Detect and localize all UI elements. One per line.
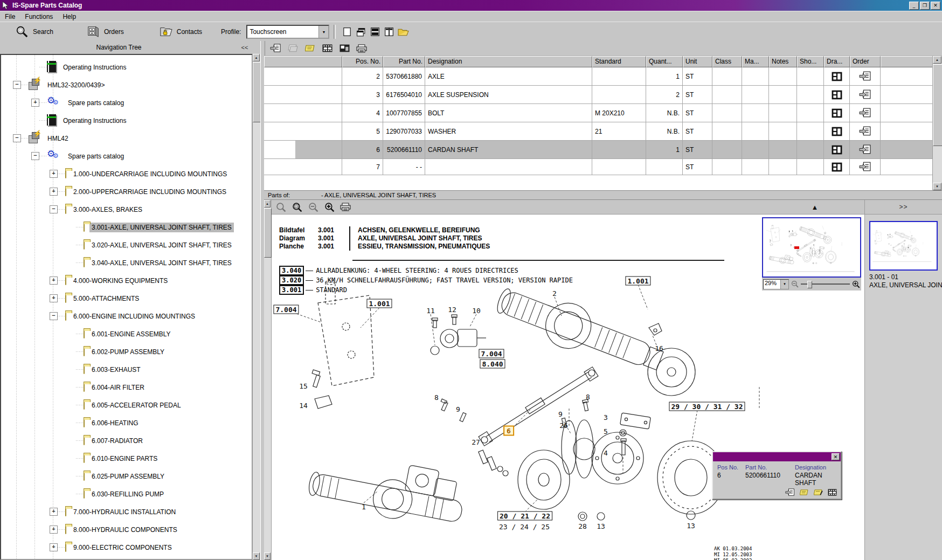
note-edit-icon[interactable]	[813, 488, 823, 496]
tree-item[interactable]: +8.000-HYDRAULIC COMPONENTS	[1, 521, 252, 538]
table-row[interactable]: 41007707855BOLTM 20X210N.B.ST	[264, 104, 933, 122]
part-callout[interactable]: 20 / 21 / 22	[497, 511, 552, 521]
tree-item[interactable]: +4.000-WORKING EQUIPMENTS	[1, 272, 252, 289]
drawing-link-icon[interactable]	[824, 104, 850, 122]
tree-scrollbar[interactable]: ▲ ▼	[252, 54, 260, 560]
expand-icon[interactable]: +	[50, 543, 58, 551]
expand-icon[interactable]: +	[50, 188, 58, 196]
tree-item[interactable]: +⚙⚙Spare parts catalog	[1, 94, 252, 112]
column-header[interactable]	[881, 56, 933, 67]
tree-item[interactable]: Operating Instructions	[1, 112, 252, 129]
open-folder-button[interactable]	[396, 25, 410, 38]
zoom-in-icon[interactable]	[322, 201, 336, 213]
part-callout[interactable]: 2	[552, 289, 557, 298]
part-callout[interactable]: 5	[604, 427, 608, 435]
table-row[interactable]: 7- -ST	[264, 159, 933, 175]
order-link-icon[interactable]	[850, 67, 881, 86]
vertical-split-button[interactable]	[382, 25, 396, 38]
tree-item[interactable]: −⚡HML42	[1, 129, 252, 147]
tree-item[interactable]: 6.004-AIR FILTER	[1, 378, 252, 396]
page-thumbnail[interactable]	[869, 221, 938, 271]
part-callout[interactable]: 13	[597, 522, 605, 530]
tree-item[interactable]: 6.030-REFILLING PUMP	[1, 485, 252, 503]
column-header[interactable]: Notes	[769, 56, 797, 67]
tree-item-label[interactable]: HML42	[45, 134, 71, 143]
tree-item-label[interactable]: 5.000-ATTACHMENTS	[71, 294, 141, 303]
zoom-full-icon[interactable]	[274, 201, 288, 213]
column-header[interactable]: Pos. No.	[342, 56, 383, 67]
scrollbar-thumb[interactable]	[933, 64, 942, 146]
part-callout[interactable]: 27	[472, 438, 480, 446]
scroll-up-icon[interactable]: ▲	[253, 54, 260, 61]
tree-item[interactable]: −6.000-ENGINE INCLUDING MOUNTINGS	[1, 307, 252, 325]
tree-item[interactable]: 6.001-ENGINE ASSEMBLY	[1, 325, 252, 343]
tree-item-label[interactable]: 9.000-ELECTRIC COMPONENTS	[71, 543, 174, 552]
filmstrip-icon[interactable]	[320, 42, 334, 55]
part-callout[interactable]: 1	[362, 503, 366, 511]
tree-item-label[interactable]: Spare parts catalog	[66, 151, 126, 161]
part-callout[interactable]: 23 / 24 / 25	[499, 523, 550, 531]
column-header[interactable]: Unit	[683, 56, 712, 67]
close-button[interactable]: ✕	[931, 2, 940, 10]
search-button[interactable]: Search	[12, 23, 57, 40]
tree-item-label[interactable]: 2.000-UPPERCARRIAGE INCLUDING MOUNTINGS	[71, 187, 228, 197]
part-callout[interactable]: 8	[586, 393, 590, 401]
part-callout[interactable]: 8.040	[480, 359, 505, 369]
scrollbar-thumb[interactable]	[253, 62, 261, 122]
tree-item-label[interactable]: 6.005-ACCELERATOR PEDAL	[89, 400, 183, 410]
tree-item-label[interactable]: Operating Instructions	[61, 116, 128, 126]
order-link-icon[interactable]	[850, 104, 881, 122]
profile-select[interactable]: Touchscreen ▼	[246, 25, 329, 39]
column-header[interactable]: Designation	[425, 56, 592, 67]
part-callout[interactable]: 7.004	[479, 349, 504, 358]
collapse-icon[interactable]: −	[31, 152, 39, 160]
scrollbar-thumb[interactable]	[264, 208, 272, 258]
order-link-icon[interactable]	[850, 159, 881, 175]
tree-item[interactable]: +7.000-HYDRAULIC INSTALLATION	[1, 503, 252, 521]
chevron-down-icon[interactable]: ▼	[318, 26, 328, 38]
add-to-order-icon[interactable]	[785, 488, 795, 496]
tree-item[interactable]: 6.005-ACCELERATOR PEDAL	[1, 396, 252, 414]
tree-item-label[interactable]: 6.006-HEATING	[89, 418, 140, 428]
part-callout[interactable]: 13	[687, 522, 695, 530]
column-header[interactable]: Class	[712, 56, 742, 67]
minimize-button[interactable]: _	[909, 2, 919, 10]
part-callout[interactable]: 9	[456, 405, 460, 413]
collapse-panel-button[interactable]: <<	[238, 43, 252, 52]
tree-item[interactable]: −⚡HML32-3200/0439>	[1, 76, 252, 94]
order-link-icon[interactable]	[850, 86, 881, 104]
chevron-down-icon[interactable]: ▼	[780, 280, 788, 289]
column-header[interactable]: Quant...	[646, 56, 683, 67]
tree-item[interactable]: 6.007-RADIATOR	[1, 432, 252, 450]
zoom-selection-icon[interactable]	[290, 201, 304, 213]
menu-file[interactable]: File	[0, 12, 20, 22]
diagram-scrollbar[interactable]: ▲ ▼	[264, 200, 272, 560]
part-callout[interactable]: 1.001	[625, 276, 650, 286]
expand-icon[interactable]: +	[31, 99, 39, 107]
part-callout[interactable]: 11	[426, 307, 435, 315]
part-callout[interactable]: 4	[604, 449, 608, 457]
tree-item[interactable]: Operating Instructions	[1, 58, 252, 76]
tree-item[interactable]: −⚙⚙Spare parts catalog	[1, 147, 252, 165]
tree-item[interactable]: 6.025-PUMP ASSEMBLY	[1, 467, 252, 485]
tree-item-label[interactable]: 6.010-ENGINE PARTS	[89, 454, 160, 464]
expand-icon[interactable]: +	[50, 276, 58, 285]
collapse-icon[interactable]: −	[50, 312, 58, 320]
drawing-link-icon[interactable]	[824, 159, 850, 175]
part-callout[interactable]: 14	[299, 402, 308, 410]
tree-item-label[interactable]: 3.000-AXLES, BRAKES	[71, 205, 144, 215]
note-icon[interactable]	[303, 42, 317, 55]
tree-item-label[interactable]: 4.000-WORKING EQUIPMENTS	[71, 276, 170, 286]
close-icon[interactable]: ✕	[832, 453, 840, 460]
expand-icon[interactable]: +	[50, 508, 58, 516]
tree-item[interactable]: +5.000-ATTACHMENTS	[1, 289, 252, 307]
expand-icon[interactable]: +	[50, 526, 58, 534]
part-callout[interactable]: 1.001	[366, 299, 392, 308]
collapse-icon[interactable]: −	[13, 81, 21, 89]
print-icon[interactable]	[355, 42, 369, 55]
zoom-in-icon[interactable]	[852, 280, 860, 288]
tree-item-label[interactable]: 6.000-ENGINE INCLUDING MOUNTINGS	[71, 312, 197, 321]
tree-item-label[interactable]: HML32-3200/0439>	[45, 80, 107, 90]
scroll-up-icon[interactable]: ▲	[933, 56, 941, 64]
tree-item[interactable]: 6.006-HEATING	[1, 414, 252, 432]
